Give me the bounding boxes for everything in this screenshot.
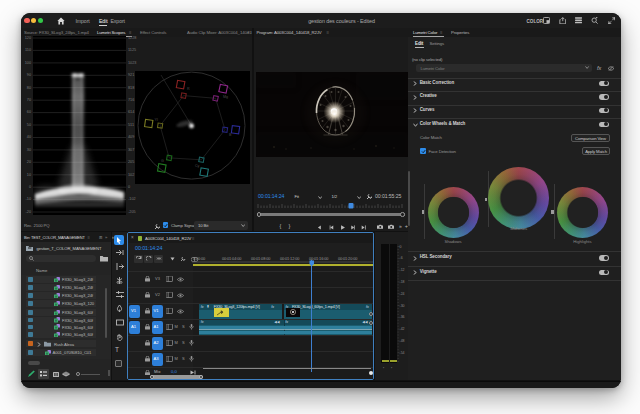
svg-text:Mg: Mg bbox=[223, 95, 228, 99]
svg-text:Yl: Yl bbox=[155, 118, 158, 122]
svg-text:Cy: Cy bbox=[195, 164, 200, 168]
svg-text:G: G bbox=[161, 159, 164, 163]
svg-text:R: R bbox=[187, 87, 190, 91]
svg-text:B: B bbox=[229, 133, 232, 137]
